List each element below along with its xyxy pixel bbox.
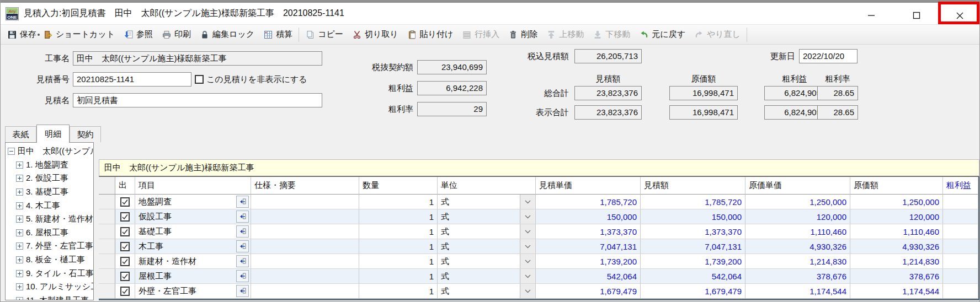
unit-cell[interactable]: 式 (438, 269, 536, 284)
export-checkbox-cell[interactable] (115, 284, 135, 299)
row-header[interactable] (99, 269, 115, 284)
item-cell[interactable]: 新建材・造作材 (135, 254, 251, 269)
export-checkbox-cell[interactable] (115, 269, 135, 284)
spec-cell[interactable] (251, 209, 359, 224)
estimate-no-field[interactable]: 20210825-1141 (73, 72, 191, 87)
item-cell[interactable]: 地盤調査 (135, 195, 251, 209)
paste-button[interactable]: 貼り付け (403, 26, 458, 43)
unit-price-cell[interactable]: 7,047,131 (536, 239, 641, 254)
cost-amount-cell[interactable]: 1,214,830 (850, 254, 943, 269)
item-detail-link-icon[interactable] (236, 240, 249, 252)
export-checkbox-cell[interactable] (115, 239, 135, 254)
unit-cell[interactable]: 式 (438, 224, 536, 239)
cost-unit-price-cell[interactable]: 378,676 (745, 269, 850, 284)
tree-item[interactable]: 9. タイル・石工事 (16, 267, 93, 281)
amount-cell[interactable]: 7,047,131 (641, 239, 745, 254)
expand-icon[interactable] (16, 270, 23, 277)
item-detail-link-icon[interactable] (236, 285, 249, 297)
cost-unit-price-cell[interactable]: 1,174,544 (745, 284, 850, 299)
hide-estimate-checkbox[interactable] (195, 75, 204, 84)
save-button[interactable]: 保存 (3, 26, 41, 43)
gross-profit-cell[interactable] (943, 209, 978, 224)
checked-checkbox[interactable] (120, 212, 130, 222)
unit-price-cell[interactable]: 1,373,370 (536, 224, 641, 239)
unit-dropdown-button[interactable] (520, 195, 535, 209)
checked-checkbox[interactable] (120, 197, 130, 207)
gross-profit-cell[interactable] (943, 239, 978, 254)
checked-checkbox[interactable] (120, 257, 130, 266)
tree-item[interactable]: 2. 仮設工事 (16, 172, 93, 186)
tree-item[interactable]: 3. 基礎工事 (16, 185, 93, 199)
row-header[interactable] (99, 254, 115, 269)
tree-item[interactable]: 8. 板金・樋工事 (16, 253, 93, 267)
expand-icon[interactable] (16, 242, 23, 250)
row-header[interactable] (99, 224, 115, 239)
expand-icon[interactable] (16, 256, 23, 263)
row-header[interactable] (99, 195, 115, 209)
expand-icon[interactable] (16, 202, 23, 209)
insert-row-button[interactable]: 行挿入 (457, 26, 504, 43)
item-detail-link-icon[interactable] (236, 255, 249, 267)
item-detail-link-icon[interactable] (236, 225, 249, 238)
item-cell[interactable]: 屋根工事 (135, 269, 251, 284)
unit-cell[interactable]: 式 (438, 195, 536, 209)
item-detail-link-icon[interactable] (236, 211, 249, 223)
tree-item[interactable]: 5. 新建材・造作材 (16, 212, 93, 226)
item-detail-link-icon[interactable] (236, 196, 249, 208)
expand-icon[interactable] (16, 297, 23, 300)
spec-cell[interactable] (251, 254, 359, 269)
amount-cell[interactable]: 1,785,720 (641, 195, 745, 209)
qty-cell[interactable]: 1 (359, 284, 438, 299)
tree-root-node[interactable]: 田中 太郎((サンプル施主)様邸新築工事 (8, 144, 93, 158)
item-detail-link-icon[interactable] (236, 270, 249, 282)
tab-contract[interactable]: 契約 (70, 126, 101, 142)
checked-checkbox[interactable] (120, 227, 130, 236)
cost-unit-price-cell[interactable]: 4,930,326 (745, 239, 850, 254)
unit-price-cell[interactable]: 150,000 (536, 209, 641, 224)
spec-cell[interactable] (251, 195, 359, 209)
spec-cell[interactable] (251, 239, 359, 254)
cost-unit-price-cell[interactable]: 1,250,000 (745, 195, 850, 209)
item-cell[interactable]: 仮設工事 (135, 209, 251, 224)
cost-unit-price-cell[interactable]: 1,214,830 (745, 254, 850, 269)
unit-dropdown-button[interactable] (520, 284, 535, 298)
tree-item[interactable]: 1. 地盤調査 (16, 158, 93, 172)
gross-profit-cell[interactable] (943, 254, 978, 269)
unit-cell[interactable]: 式 (438, 284, 536, 299)
qty-cell[interactable]: 1 (359, 195, 438, 209)
estimate-name-field[interactable]: 初回見積書 (73, 93, 322, 107)
copy-button[interactable]: コピー (301, 26, 348, 43)
amount-cell[interactable]: 1,679,479 (641, 284, 745, 299)
amount-cell[interactable]: 542,064 (641, 269, 745, 284)
gross-profit-cell[interactable] (943, 224, 978, 239)
expand-icon[interactable] (16, 229, 23, 236)
cost-amount-cell[interactable]: 1,250,000 (850, 195, 943, 209)
amount-cell[interactable]: 1,739,200 (641, 254, 745, 269)
unit-cell[interactable]: 式 (438, 254, 536, 269)
expand-icon[interactable] (16, 283, 23, 290)
calculation-button[interactable]: 積算 (259, 26, 297, 43)
item-cell[interactable]: 外壁・左官工事 (135, 284, 251, 299)
expand-icon[interactable] (16, 188, 23, 196)
shortcut-button[interactable]: ショートカット (39, 26, 119, 43)
spec-cell[interactable] (251, 269, 359, 284)
gross-profit-cell[interactable] (943, 284, 978, 299)
close-button[interactable] (945, 6, 974, 25)
cost-amount-cell[interactable]: 1,174,544 (850, 284, 943, 299)
cost-amount-cell[interactable]: 1,110,460 (850, 224, 943, 239)
export-checkbox-cell[interactable] (115, 224, 135, 239)
export-checkbox-cell[interactable] (115, 254, 135, 269)
minimize-button[interactable] (857, 6, 886, 25)
unit-cell[interactable]: 式 (438, 209, 536, 224)
gross-profit-cell[interactable] (943, 195, 978, 209)
checked-checkbox[interactable] (120, 272, 130, 281)
updated-date-field[interactable]: 2022/10/20 (799, 49, 858, 63)
checked-checkbox[interactable] (120, 287, 130, 296)
tree-item[interactable]: 10. アルミサッシ工事 (16, 280, 93, 294)
edit-lock-button[interactable]: 編集ロック (195, 26, 259, 43)
move-down-button[interactable]: 下移動 (588, 26, 635, 43)
amount-cell[interactable]: 1,373,370 (641, 224, 745, 239)
row-header[interactable] (99, 209, 115, 224)
undo-button[interactable]: 元に戻す (635, 26, 690, 43)
cost-amount-cell[interactable]: 4,930,326 (850, 239, 943, 254)
